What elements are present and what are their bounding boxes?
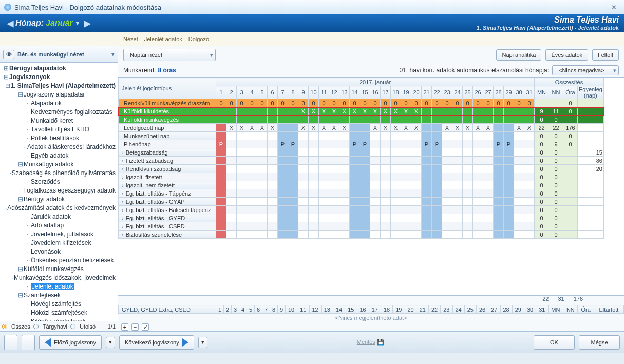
content-area: Naptár nézet ▾ Napi analitika Éves adato… [118, 46, 624, 331]
prev-jogviszony-button[interactable]: Előző jogviszony [39, 335, 102, 350]
tree-item[interactable]: ·Szabadság és pihenőidő nyilvántartás [0, 168, 118, 177]
tree-item[interactable]: ·Adatok álláskeresési járadékhoz [0, 142, 118, 151]
app-icon [4, 4, 11, 11]
arrow-right-icon [182, 338, 188, 347]
tree-item[interactable]: ⊟Jogviszonyok [0, 72, 118, 81]
calendar-grid[interactable]: Jelenlét jogcímtípus2017. januárÖsszesít… [118, 77, 624, 296]
tree-item[interactable]: ·Hóvégi számfejtés [0, 299, 118, 308]
close-button[interactable]: ✕ [608, 4, 620, 11]
next-month-arrow[interactable]: ▶ [84, 18, 90, 28]
menu-dolgozo[interactable]: Dolgozó [188, 36, 209, 42]
save-button[interactable]: Mentés [357, 339, 375, 345]
eye-icon: 👁 [3, 50, 14, 59]
tree-item[interactable]: ·Levonások [0, 247, 118, 256]
munkarend-link[interactable]: 8 órás [158, 67, 176, 74]
view-mode-label: Naptár nézet [130, 52, 162, 58]
tab-button-1[interactable] [4, 335, 17, 350]
feltolt-button[interactable]: Feltölt [592, 49, 619, 61]
tree-item[interactable]: ·Adó adatlap [0, 221, 118, 229]
tree-item[interactable]: ⊟Jogviszony alapadatai [0, 90, 118, 99]
remove-row-button[interactable]: − [131, 323, 139, 331]
tree-item[interactable]: ·Kilépő számfejtések [0, 317, 118, 321]
sidebar: 👁 Bér- és munkaügyi nézet ▾ ⊞Bérügyi ala… [0, 46, 118, 331]
view-mode-dropdown[interactable]: Naptár nézet ▾ [123, 49, 216, 61]
footer-grid: GYED, GYED Extra, CSED123456789101112131… [118, 305, 624, 314]
no-data-label: <Nincs megjeleníthető adat> [118, 314, 624, 322]
tree-item[interactable]: ·Szerződés [0, 177, 118, 186]
prev-label: Előző jogviszony [54, 339, 96, 346]
context-subtitle: 1. SimaTeljes Havi (Alapértelmezett) - J… [477, 25, 619, 31]
munkarend-label: Munkarend: [123, 67, 156, 74]
total-nn: 31 [558, 296, 564, 305]
radio-osszes-label[interactable]: Összes [11, 323, 30, 330]
chevron-down-icon: ▾ [210, 52, 213, 59]
month-dropdown-icon[interactable]: ▼ [75, 20, 81, 26]
tree-item[interactable]: ·Távolléti díj és EKHO [0, 125, 118, 133]
menu-jelenlet[interactable]: Jelenlét adatok [144, 36, 182, 42]
tree-item[interactable]: ·Munkavégzés időszakok, jövedelmek [0, 273, 118, 282]
save-icon: 💾 [377, 339, 384, 345]
tree-item[interactable]: ·Jelenlét adatok [0, 282, 118, 291]
view-dropdown-icon[interactable]: ▾ [111, 51, 115, 58]
tree-item[interactable]: ·Jövedelem kifizetések [0, 238, 118, 247]
nav-tree[interactable]: ⊞Bérügyi alapadatok⊟Jogviszonyok⊟1. Sima… [0, 63, 118, 321]
tree-item[interactable]: ·Önkéntes pénztári befizetések [0, 256, 118, 264]
month-label: Hónap: [15, 18, 44, 28]
tree-item[interactable]: ·Egyéb adatok [0, 151, 118, 160]
radio-targyhavi-label[interactable]: Tárgyhavi [43, 323, 67, 330]
napi-analitika-button[interactable]: Napi analitika [496, 49, 541, 61]
record-count: 1/1 [108, 323, 116, 330]
minimize-button[interactable]: — [595, 4, 608, 11]
prev-split-button[interactable]: ▾ [106, 337, 115, 348]
ok-button[interactable]: OK [534, 335, 575, 350]
chevron-down-icon: ▾ [613, 67, 616, 74]
tree-item[interactable]: ·Pótlék beállítások [0, 133, 118, 142]
menu-nezet[interactable]: Nézet [123, 36, 138, 42]
window-title: Sima Teljes Havi - Dolgozó adatainak mód… [14, 4, 161, 11]
cancel-button[interactable]: Mégse [579, 335, 620, 350]
tree-item[interactable]: ⊟Bérügyi adatok [0, 195, 118, 203]
view-selector[interactable]: 👁 Bér- és munkaügyi nézet ▾ [0, 46, 118, 63]
tree-item[interactable]: ·Kedvezményes foglalkoztatás [0, 107, 118, 116]
radio-utolso-label[interactable]: Utolsó [80, 323, 96, 330]
bottom-bar: Előző jogviszony ▾ Következő jogviszony … [0, 331, 624, 353]
tree-item[interactable]: ·Foglalkozás egészségügyi adatok [0, 186, 118, 195]
radio-targyhavi[interactable] [33, 324, 39, 329]
tree-item[interactable]: ⊞Bérügyi alapadatok [0, 64, 118, 72]
next-jogviszony-button[interactable]: Következő jogviszony [119, 335, 194, 350]
tree-item[interactable]: ⊟Számfejtések [0, 291, 118, 299]
tree-item[interactable]: ·Adószámítási adatok és kedvezmények [0, 203, 118, 212]
next-label: Következő jogviszony [125, 339, 179, 346]
tree-item[interactable]: ⊟Külföldi munkavégzés [0, 264, 118, 273]
tree-item[interactable]: ·Jövedelmek, juttatások [0, 229, 118, 238]
titlebar: Sima Teljes Havi - Dolgozó adatainak mód… [0, 0, 624, 14]
arrow-left-icon [45, 338, 51, 347]
app-name: Sima Teljes Havi [477, 15, 619, 25]
tree-item[interactable]: ·Járulék adatok [0, 212, 118, 221]
tab-button-2[interactable] [22, 335, 35, 350]
add-row-button[interactable]: + [121, 323, 128, 331]
confirm-row-button[interactable]: ✓ [142, 323, 149, 331]
month-value[interactable]: Január [46, 18, 72, 28]
grid-totals: 22 31 176 [118, 296, 624, 305]
tree-item[interactable]: ·Alapadatok [0, 99, 118, 107]
korr-label: 01. havi korr. adatok automatikus elszám… [400, 67, 550, 74]
tree-item[interactable]: ·Munkaidő keret [0, 116, 118, 125]
view-label: Bér- és munkaügyi nézet [17, 51, 84, 58]
toolbar: Naptár nézet ▾ Napi analitika Éves adato… [118, 46, 624, 64]
tree-item[interactable]: ⊟1. SimaTeljes Havi (Alapértelmezett) [0, 81, 118, 90]
grid-footer-strip: + − ✓ [118, 322, 624, 331]
tree-item[interactable]: ·Hóközi számfejtések [0, 308, 118, 317]
eves-adatok-button[interactable]: Éves adatok [545, 49, 588, 61]
tree-item[interactable]: ⊟Munkaügyi adatok [0, 160, 118, 168]
prev-month-arrow[interactable]: ◀ [7, 18, 13, 28]
total-mn: 22 [542, 296, 549, 305]
radio-utolso[interactable] [70, 324, 75, 329]
radio-osszes[interactable] [2, 324, 7, 329]
total-ora: 176 [574, 296, 583, 305]
info-row: Munkarend: 8 órás 01. havi korr. adatok … [118, 64, 624, 77]
korr-dropdown[interactable]: <Nincs megadva> ▾ [552, 65, 619, 75]
next-split-button[interactable]: ▾ [198, 337, 207, 348]
content-menubar: Nézet Jelenlét adatok Dolgozó [0, 32, 624, 46]
korr-value: <Nincs megadva> [559, 67, 604, 73]
